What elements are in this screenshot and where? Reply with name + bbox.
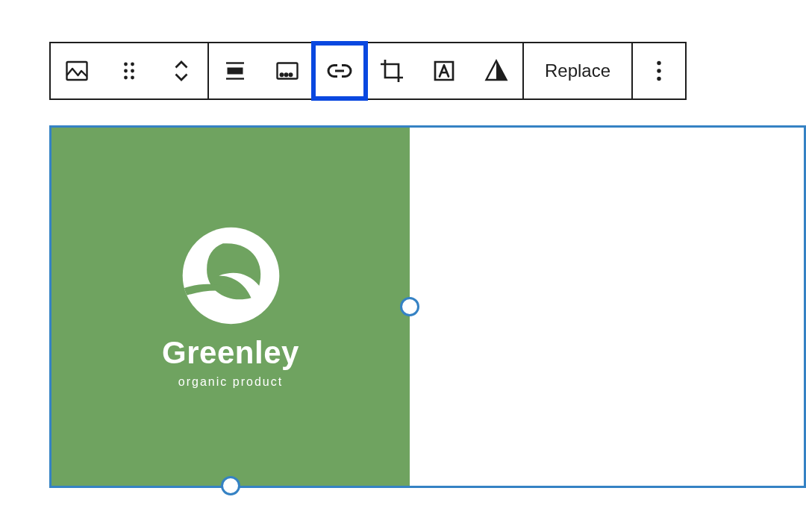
svg-point-16 [657,69,660,72]
caption-button[interactable] [261,43,313,98]
svg-point-11 [281,73,284,76]
duotone-button[interactable] [470,43,522,98]
svg-point-6 [131,76,134,80]
more-vertical-icon [646,57,672,84]
svg-point-4 [131,69,134,73]
block-toolbar: Replace [49,42,687,100]
image-block-icon-button[interactable] [51,43,103,98]
svg-point-5 [124,76,128,80]
brand-logo [181,225,281,326]
align-button[interactable] [209,43,261,98]
chevron-up-down-icon [168,57,195,84]
toolbar-group-block [51,43,209,98]
svg-point-12 [285,73,288,76]
caption-icon [274,57,301,84]
move-up-down-button[interactable] [155,43,207,98]
toolbar-group-more [633,43,685,98]
resize-handle-right[interactable] [400,297,419,316]
svg-point-15 [657,61,660,65]
resize-handle-bottom[interactable] [221,476,240,495]
svg-point-2 [131,63,134,66]
drag-handle-button[interactable] [103,43,155,98]
toolbar-group-align [209,43,524,98]
image-block-content[interactable]: Greenley organic product [51,128,410,486]
crop-button[interactable] [366,43,418,98]
link-icon [326,57,353,84]
text-overlay-button[interactable] [418,43,470,98]
toolbar-group-replace: Replace [524,43,633,98]
crop-icon [378,57,405,84]
replace-button-label: Replace [545,60,610,81]
link-button[interactable] [313,43,366,98]
text-overlay-icon [431,57,457,84]
drag-icon [116,57,143,84]
svg-point-19 [182,227,279,324]
image-icon [63,57,90,84]
svg-point-13 [290,73,293,76]
svg-point-17 [657,77,660,81]
brand-name: Greenley [162,335,299,371]
svg-point-1 [124,63,128,66]
more-options-button[interactable] [633,43,685,98]
duotone-icon [483,57,510,84]
svg-rect-8 [228,68,243,75]
svg-point-3 [124,69,128,73]
replace-button[interactable]: Replace [524,43,631,98]
brand-tagline: organic product [178,375,283,389]
editor-canvas[interactable]: Greenley organic product [49,125,806,488]
align-icon [222,57,249,84]
